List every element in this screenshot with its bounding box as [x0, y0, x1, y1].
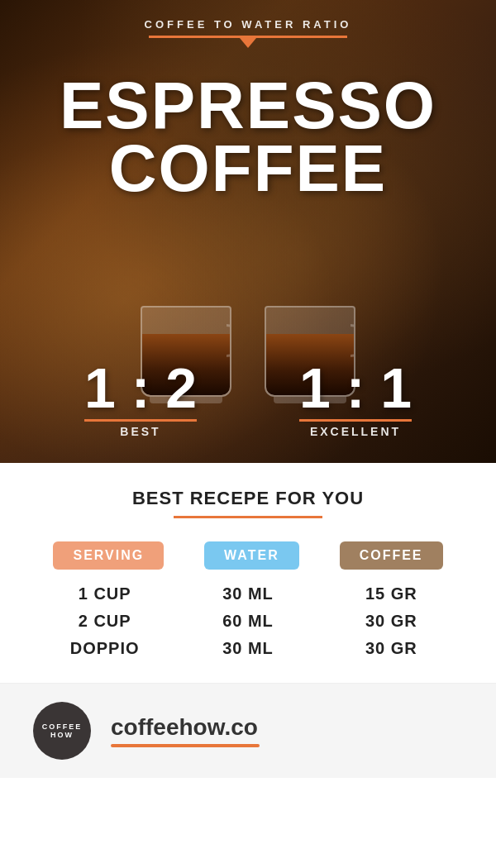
coffee-column-header: COFFEE — [340, 541, 443, 570]
website-url: coffeehow.co — [111, 714, 260, 741]
cup-right-handle — [351, 324, 355, 357]
recipe-row-1cup: 1 CUP 30 ML 15 GR — [33, 584, 463, 603]
row1-coffee: 15 GR — [350, 584, 432, 603]
recipe-row-2cup: 2 CUP 60 ML 30 GR — [33, 612, 463, 631]
top-label-container: COFFEE TO WATER RATIO — [0, 18, 496, 48]
hero-section: COFFEE TO WATER RATIO ESPRESSO COFFEE — [0, 0, 496, 463]
row3-serving: DOPPIO — [64, 639, 146, 658]
ratio-section: 1 : 2 BEST 1 : 1 EXCELLENT — [0, 360, 496, 438]
recipe-section: BEST RECEPE FOR YOU SERVING WATER COFFEE… — [0, 463, 496, 675]
logo-text-how: HOW — [50, 731, 74, 739]
orange-triangle-indicator — [240, 38, 256, 48]
row1-serving: 1 CUP — [64, 584, 146, 603]
brand-logo: COFFEE HOW — [33, 702, 91, 760]
row2-coffee: 30 GR — [350, 612, 432, 631]
recipe-table: SERVING WATER COFFEE 1 CUP 30 ML 15 GR 2… — [33, 541, 463, 658]
row3-water: 30 ML — [207, 639, 289, 658]
row1-water: 30 ML — [207, 584, 289, 603]
recipe-data-rows: 1 CUP 30 ML 15 GR 2 CUP 60 ML 30 GR DOPP… — [33, 584, 463, 658]
cup-left-handle — [227, 324, 231, 357]
ratio-right-underline — [299, 419, 412, 422]
recipe-title: BEST RECEPE FOR YOU — [33, 488, 463, 509]
ratio-left-underline — [84, 419, 197, 422]
espresso-title: ESPRESSO COFFEE — [0, 74, 496, 200]
logo-text-coffee: COFFEE — [42, 723, 83, 731]
title-line2: COFFEE — [109, 131, 387, 205]
ratio-left-value: 1 : 2 — [84, 360, 197, 416]
ratio-left: 1 : 2 BEST — [84, 360, 197, 438]
water-column-header: WATER — [204, 541, 299, 570]
recipe-row-doppio: DOPPIO 30 ML 30 GR — [33, 639, 463, 658]
row2-serving: 2 CUP — [64, 612, 146, 631]
ratio-right-label: EXCELLENT — [299, 425, 412, 438]
footer-url-container: coffeehow.co — [111, 714, 260, 747]
ratio-left-label: BEST — [84, 425, 197, 438]
main-title-container: ESPRESSO COFFEE — [0, 74, 496, 200]
ratio-right: 1 : 1 EXCELLENT — [299, 360, 412, 438]
serving-column-header: SERVING — [53, 541, 164, 570]
row2-water: 60 ML — [207, 612, 289, 631]
footer-section: COFFEE HOW coffeehow.co — [0, 683, 496, 778]
coffee-water-ratio-label: COFFEE TO WATER RATIO — [0, 18, 496, 31]
recipe-header-row: SERVING WATER COFFEE — [33, 541, 463, 570]
recipe-title-underline — [174, 516, 322, 518]
ratio-right-value: 1 : 1 — [299, 360, 412, 416]
row3-coffee: 30 GR — [350, 639, 432, 658]
footer-url-underline — [111, 744, 260, 747]
